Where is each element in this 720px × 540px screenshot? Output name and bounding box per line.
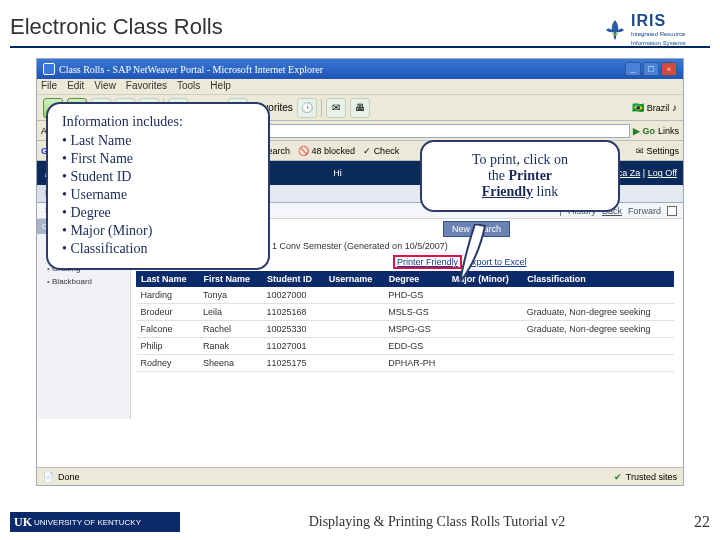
menu-favorites[interactable]: Favorites [126, 80, 167, 93]
status-text: Done [58, 472, 80, 482]
menu-help[interactable]: Help [210, 80, 231, 93]
footer-title: Displaying & Printing Class Rolls Tutori… [180, 514, 694, 530]
status-bar: 📄Done ✔Trusted sites [37, 467, 683, 485]
printer-friendly-link[interactable]: Printer Friendly [397, 257, 458, 267]
lock-icon: ✔ [614, 472, 622, 482]
window-titlebar: Class Rolls - SAP NetWeaver Portal - Mic… [37, 59, 683, 79]
table-header: Last Name [137, 272, 199, 287]
close-button[interactable]: × [661, 62, 677, 76]
logoff-link[interactable]: Log Off [648, 168, 677, 178]
table-header: Degree [384, 272, 447, 287]
iris-text: IRIS [631, 13, 686, 29]
ie-icon [43, 63, 55, 75]
table-row: PhilipRanak11027001EDD-GS [137, 338, 674, 355]
iris-logo: IRISIntegrated Resource Information Syst… [602, 14, 696, 46]
expand-icon[interactable] [667, 206, 677, 216]
table-row: HardingTonya10027000PHD-GS [137, 287, 674, 304]
menubar: File Edit View Favorites Tools Help [37, 79, 683, 95]
page-number: 22 [694, 513, 710, 531]
menu-edit[interactable]: Edit [67, 80, 84, 93]
print-button[interactable]: 🖶 [350, 98, 370, 118]
links-button[interactable]: Links [658, 126, 679, 136]
table-row: FalconeRachel10025330MSPG-GSGraduate, No… [137, 321, 674, 338]
brazil-flag-icon: 🇧🇷 Brazil ♪ [632, 102, 677, 113]
sidebar-item-blackboard[interactable]: Blackboard [37, 275, 130, 288]
menu-file[interactable]: File [41, 80, 57, 93]
page-icon: 📄 [43, 472, 54, 482]
table-header: Username [324, 272, 384, 287]
menu-tools[interactable]: Tools [177, 80, 200, 93]
zone-label: Trusted sites [626, 472, 677, 482]
table-header: First Name [199, 272, 263, 287]
callout-tail-icon [460, 224, 490, 284]
callout-print: To print, click on the Printer Friendly … [420, 140, 620, 212]
table-header: Classification [523, 272, 674, 287]
go-button[interactable]: ▶ Go [633, 126, 655, 136]
table-row: RodneySheena11025175DPHAR-PH [137, 355, 674, 372]
popup-blocked[interactable]: 🚫 48 blocked [298, 146, 355, 156]
spellcheck[interactable]: ✓ Check [363, 146, 399, 156]
window-title: Class Rolls - SAP NetWeaver Portal - Mic… [59, 64, 323, 75]
menu-view[interactable]: View [94, 80, 116, 93]
minimize-button[interactable]: _ [625, 62, 641, 76]
class-roll-table: Last NameFirst NameStudent IDUsernameDeg… [136, 271, 674, 372]
table-row: BrodeurLeila11025168MSLS-GSGraduate, Non… [137, 304, 674, 321]
iris-subtext: Integrated Resource Information Systems [631, 31, 686, 46]
callout-info-includes: Information includes: Last NameFirst Nam… [46, 102, 270, 270]
mail-button[interactable]: ✉ [326, 98, 346, 118]
maximize-button[interactable]: □ [643, 62, 659, 76]
forward-link[interactable]: Forward [628, 206, 661, 216]
uky-logo: UK UNIVERSITY OF KENTUCKY [10, 512, 180, 532]
table-header: Student ID [262, 272, 324, 287]
iris-flower-icon [602, 17, 628, 43]
history-button[interactable]: 🕒 [297, 98, 317, 118]
google-settings[interactable]: ✉ Settings [636, 146, 679, 156]
